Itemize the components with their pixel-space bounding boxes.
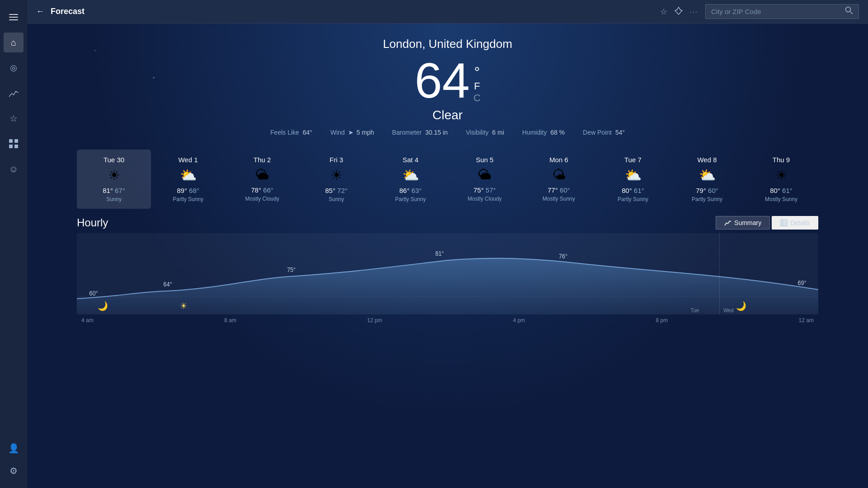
day-name: Sun 5 (476, 156, 493, 164)
fahrenheit-button[interactable]: F (473, 80, 481, 92)
wind-val: 5 mph (356, 129, 374, 136)
day-condition: Partly Sunny (395, 196, 426, 202)
hour-label-12pm: 12 pm (367, 317, 382, 324)
day-condition: Partly Sunny (692, 196, 722, 202)
sidebar-smiley-icon[interactable]: ☺ (4, 159, 24, 179)
sidebar-user-icon[interactable]: 👤 (4, 438, 24, 458)
more-icon[interactable]: ··· (690, 8, 698, 15)
weather-condition: Clear (27, 108, 868, 122)
svg-rect-2 (9, 19, 18, 20)
svg-text:69°: 69° (797, 279, 806, 286)
degree-symbol: ° (473, 64, 481, 80)
hamburger-menu-icon[interactable] (4, 7, 24, 27)
day-temps: 81° 67° (103, 187, 125, 194)
favorite-icon[interactable]: ☆ (660, 7, 667, 17)
hour-label-8pm: 8 pm (656, 317, 668, 324)
wind-label: Wind (330, 129, 345, 136)
pin-icon[interactable] (675, 7, 683, 17)
day-temps: 77° 60° (547, 186, 570, 194)
main-content: ← Forecast ☆ ··· (27, 0, 868, 488)
header-actions: ☆ ··· (660, 4, 859, 19)
sidebar-home-icon[interactable]: ⌂ (4, 33, 24, 52)
hourly-tabs: Summary Details (716, 216, 818, 230)
day-name: Mon 6 (549, 156, 568, 164)
hour-labels: 4 am 8 am 12 pm 4 pm 8 pm 12 am (77, 314, 818, 324)
day-temps: 79° 60° (696, 187, 718, 194)
day-temps: 89° 68° (177, 187, 199, 194)
dewpoint-label: Dew Point (583, 129, 612, 136)
day-condition: Sunny (106, 196, 122, 202)
summary-tab[interactable]: Summary (716, 216, 770, 230)
svg-text:81°: 81° (435, 250, 444, 257)
day-name: Wed 8 (697, 156, 717, 164)
search-submit-icon[interactable] (845, 6, 853, 17)
day-temps: 78° 66° (251, 186, 274, 194)
day-condition: Mostly Cloudy (245, 196, 279, 202)
forecast-day-Sun-5[interactable]: Sun 5 🌥 75° 57° Mostly Cloudy (448, 150, 522, 209)
visibility: Visibility 6 mi (466, 129, 504, 136)
day-icon: ☀ (775, 167, 788, 183)
day-icon: ⛅ (180, 167, 197, 183)
forecast-day-Sat-4[interactable]: Sat 4 ⛅ 86° 63° Partly Sunny (373, 150, 448, 209)
detail-row-1: Feels Like 64° Wind ➤ 5 mph Barometer 30… (270, 129, 448, 136)
sidebar: ⌂ ◎ ☆ ☺ 👤 ⚙ (0, 0, 27, 488)
visibility-label: Visibility (466, 129, 488, 136)
search-input[interactable] (711, 8, 841, 15)
feels-like-val: 64° (303, 129, 312, 136)
chart-svg: 60° 64° 75° 81° 76° 69° 🌙 ☀ 🌙 Tue Wed (77, 233, 818, 314)
forecast-day-Tue-7[interactable]: Tue 7 ⛅ 80° 61° Partly Sunny (596, 150, 670, 209)
hourly-section: Hourly Summary (27, 216, 868, 324)
details-tab[interactable]: Details (772, 216, 818, 230)
svg-point-7 (846, 7, 851, 12)
current-temp: 64 (415, 56, 470, 105)
svg-text:76°: 76° (559, 253, 567, 260)
weather-details: Feels Like 64° Wind ➤ 5 mph Barometer 30… (27, 129, 868, 136)
svg-text:64°: 64° (163, 281, 172, 288)
sidebar-grid-icon[interactable] (4, 134, 24, 154)
day-icon: 🌥 (255, 167, 269, 183)
day-condition: Partly Sunny (618, 196, 648, 202)
forecast-day-Wed-1[interactable]: Wed 1 ⛅ 89° 68° Partly Sunny (151, 150, 225, 209)
sidebar-chart-icon[interactable] (4, 83, 24, 103)
back-button[interactable]: ← (36, 7, 44, 16)
temperature-display: 64 ° F C (27, 56, 868, 105)
wind: Wind ➤ 5 mph (330, 129, 374, 136)
day-name: Fri 3 (330, 156, 343, 164)
app-header: ← Forecast ☆ ··· (27, 0, 868, 23)
svg-text:Wed: Wed (723, 308, 733, 314)
day-icon: 🌤 (552, 167, 566, 183)
humidity: Humidity 68 % (522, 129, 565, 136)
sidebar-target-icon[interactable]: ◎ (4, 58, 24, 78)
celsius-button[interactable]: C (473, 92, 481, 104)
day-icon: ☀ (108, 167, 120, 183)
barometer-label: Barometer (392, 129, 421, 136)
feels-like: Feels Like 64° (270, 129, 312, 136)
day-name: Sat 4 (402, 156, 418, 164)
day-condition: Mostly Cloudy (467, 196, 501, 202)
hourly-chart: 60° 64° 75° 81° 76° 69° 🌙 ☀ 🌙 Tue Wed (77, 233, 818, 314)
barometer: Barometer 30.15 in (392, 129, 448, 136)
day-icon: ☀ (330, 167, 343, 183)
forecast-day-Thu-2[interactable]: Thu 2 🌥 78° 66° Mostly Cloudy (225, 150, 299, 209)
humidity-val: 68 % (550, 129, 565, 136)
sidebar-star-icon[interactable]: ☆ (4, 108, 24, 128)
day-name: Thu 9 (773, 156, 790, 164)
forecast-strip: Tue 30 ☀ 81° 67° Sunny Wed 1 ⛅ 89° 68° P… (27, 145, 868, 209)
forecast-day-Tue-30[interactable]: Tue 30 ☀ 81° 67° Sunny (77, 150, 151, 209)
svg-text:Tue: Tue (691, 308, 699, 314)
sidebar-settings-icon[interactable]: ⚙ (4, 461, 24, 481)
hour-label-12am: 12 am (799, 317, 814, 324)
city-name: London, United Kingdom (27, 37, 868, 51)
hourly-title: Hourly (77, 216, 108, 229)
svg-text:☀: ☀ (180, 301, 187, 311)
day-icon: ⛅ (699, 167, 716, 183)
forecast-day-Mon-6[interactable]: Mon 6 🌤 77° 60° Mostly Sunny (522, 150, 596, 209)
forecast-day-Fri-3[interactable]: Fri 3 ☀ 85° 72° Sunny (299, 150, 373, 209)
forecast-day-Thu-9[interactable]: Thu 9 ☀ 80° 61° Mostly Sunny (744, 150, 818, 209)
svg-rect-0 (9, 14, 18, 15)
visibility-val: 6 mi (492, 129, 504, 136)
weather-content: London, United Kingdom 64 ° F C Clear Fe… (27, 23, 868, 488)
svg-rect-5 (9, 145, 13, 148)
forecast-day-Wed-8[interactable]: Wed 8 ⛅ 79° 60° Partly Sunny (670, 150, 744, 209)
svg-text:75°: 75° (287, 266, 296, 273)
